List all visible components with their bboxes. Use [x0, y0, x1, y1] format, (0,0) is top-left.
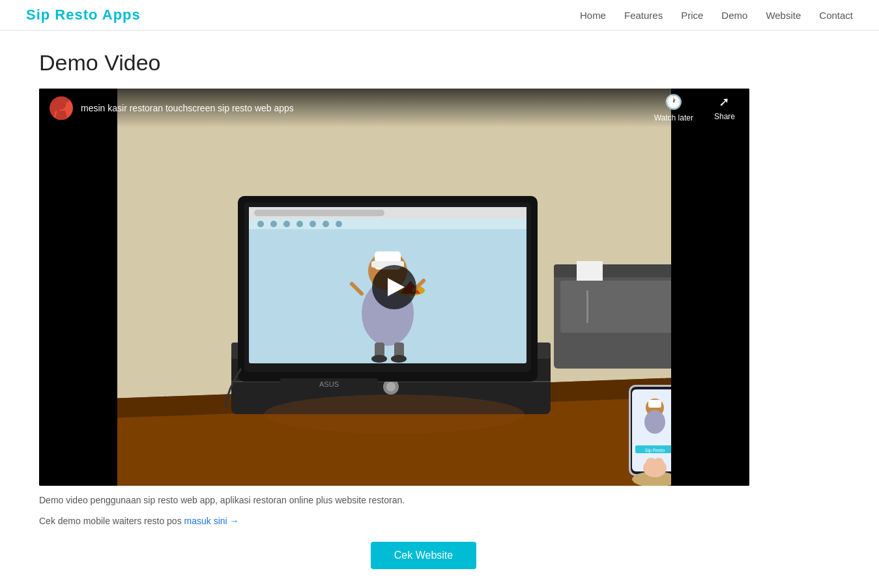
- svg-point-19: [257, 221, 264, 227]
- svg-point-12: [386, 382, 396, 391]
- nav-price[interactable]: Price: [681, 10, 703, 21]
- svg-point-36: [371, 355, 387, 363]
- nav-demo[interactable]: Demo: [721, 10, 747, 21]
- channel-avatar: [50, 96, 73, 120]
- watch-later-button[interactable]: 🕐 Watch later: [650, 91, 697, 125]
- svg-point-51: [654, 458, 664, 468]
- nav-contact[interactable]: Contact: [819, 10, 853, 21]
- svg-rect-44: [648, 400, 661, 408]
- main-nav: Home Features Price Demo Website Contact: [580, 10, 853, 21]
- main-content: Demo Video: [0, 31, 847, 588]
- svg-point-23: [310, 221, 316, 227]
- share-icon: ➚: [719, 94, 730, 109]
- video-description: Demo video penggunaan sip resto web app,…: [39, 495, 749, 505]
- cek-website-button[interactable]: Cek Website: [371, 542, 476, 569]
- watch-later-label: Watch later: [654, 113, 693, 122]
- cta-section: Cek demo mobile waiters resto pos masuk …: [39, 516, 808, 526]
- video-description-text: Demo video penggunaan sip resto web app,…: [39, 495, 405, 505]
- svg-point-55: [264, 395, 525, 434]
- logo[interactable]: Sip Resto Apps: [26, 7, 141, 23]
- video-title: mesin kasir restoran touchscreen sip res…: [81, 103, 642, 113]
- nav-features[interactable]: Features: [624, 10, 663, 21]
- svg-text:ASUS: ASUS: [319, 380, 339, 388]
- video-player[interactable]: ASUS Sip Resto: [39, 89, 749, 486]
- svg-point-37: [391, 355, 407, 363]
- cta-link[interactable]: masuk sini →: [184, 516, 239, 526]
- svg-rect-5: [560, 281, 678, 333]
- play-triangle-icon: [388, 278, 405, 296]
- svg-rect-17: [254, 210, 384, 216]
- svg-rect-7: [577, 261, 603, 281]
- svg-rect-18: [249, 219, 526, 229]
- svg-point-22: [296, 221, 303, 227]
- svg-point-25: [336, 221, 342, 227]
- svg-point-56: [57, 100, 66, 109]
- nav-home[interactable]: Home: [580, 10, 606, 21]
- svg-text:Sip Resto: Sip Resto: [645, 448, 665, 453]
- svg-point-24: [323, 221, 329, 227]
- page-title: Demo Video: [39, 50, 808, 76]
- header: Sip Resto Apps Home Features Price Demo …: [0, 0, 879, 31]
- nav-website[interactable]: Website: [766, 10, 801, 21]
- svg-rect-4: [554, 264, 684, 277]
- share-button[interactable]: ➚ Share: [710, 91, 739, 125]
- svg-point-21: [283, 221, 290, 227]
- play-button[interactable]: [372, 265, 416, 309]
- share-label: Share: [714, 112, 735, 121]
- video-top-bar: mesin kasir restoran touchscreen sip res…: [39, 89, 749, 128]
- cta-text: Cek demo mobile waiters resto pos: [39, 516, 184, 526]
- video-letterbox-right: [671, 89, 749, 486]
- svg-point-20: [270, 221, 277, 227]
- watch-later-icon: 🕐: [665, 94, 682, 111]
- video-top-actions: 🕐 Watch later ➚ Share: [650, 91, 739, 125]
- svg-rect-6: [586, 290, 588, 323]
- svg-point-45: [644, 410, 665, 434]
- video-letterbox-left: [39, 89, 117, 486]
